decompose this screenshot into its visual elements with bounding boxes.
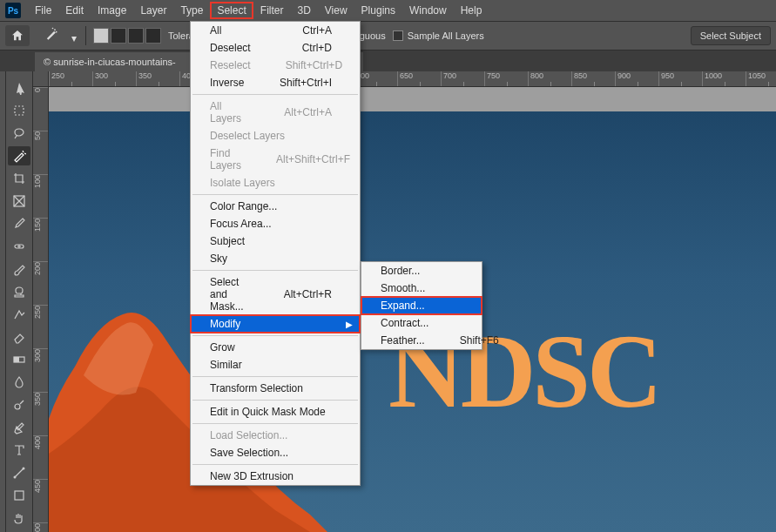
lasso-tool[interactable] [8,124,30,143]
marquee-tool[interactable] [8,101,30,120]
menu-layer[interactable]: Layer [133,2,173,19]
menuitem-new-d-extrusion[interactable]: New 3D Extrusion [191,468,360,485]
menuitem-select-and-mask[interactable]: Select and Mask...Alt+Ctrl+R [191,273,360,315]
magic-wand-icon[interactable] [42,26,59,46]
menubar: Ps FileEditImageLayerTypeSelectFilter3DV… [0,0,776,21]
selection-mode-group [93,28,161,44]
svg-point-8 [15,404,20,409]
svg-point-10 [23,468,25,470]
pen-tool[interactable] [8,418,30,437]
document-tabs: © sunrise-in-ciucas-mountains- ) * × [0,51,776,71]
toolbox [5,71,33,532]
menuitem-isolate-layers: Isolate Layers [191,174,360,192]
ruler-vertical[interactable]: 050100150200250300350400450500 [33,87,49,532]
menu-edit[interactable]: Edit [58,2,91,19]
menuitem-edit-in-quick-mask-mode[interactable]: Edit in Quick Mask Mode [191,403,360,421]
svg-rect-11 [15,491,24,500]
sample-all-checkbox[interactable]: Sample All Layers [393,30,484,41]
menu-view[interactable]: View [318,2,354,19]
menuitem-expand[interactable]: Expand... [361,297,482,314]
type-tool[interactable] [8,441,30,460]
menu-type[interactable]: Type [173,2,210,19]
menuitem-color-range[interactable]: Color Range... [191,198,360,215]
svg-rect-3 [15,106,24,115]
eraser-tool[interactable] [8,327,30,347]
menuitem-deselect[interactable]: DeselectCtrl+D [191,39,360,57]
svg-point-2 [52,27,54,29]
menuitem-grow[interactable]: Grow [191,339,360,356]
tool-preset-flyout-icon[interactable]: ▾ [71,32,78,39]
menuitem-contract[interactable]: Contract... [361,314,482,332]
svg-point-0 [54,29,56,30]
home-button[interactable] [5,25,30,46]
wand-tool[interactable] [8,146,30,165]
menu-3d[interactable]: 3D [290,2,317,19]
menu-file[interactable]: File [28,2,58,19]
menuitem-transform-selection[interactable]: Transform Selection [191,380,360,397]
menuitem-deselect-layers: Deselect Layers [191,127,360,145]
hand-tool[interactable] [8,508,30,528]
menuitem-similar[interactable]: Similar [191,356,360,374]
menuitem-focus-area[interactable]: Focus Area... [191,215,360,232]
menu-help[interactable]: Help [454,2,489,19]
stamp-tool[interactable] [8,282,30,301]
menu-filter[interactable]: Filter [253,2,291,19]
selection-intersect-button[interactable] [145,28,161,44]
svg-point-1 [56,30,57,32]
dodge-tool[interactable] [8,395,30,414]
menuitem-load-selection: Load Selection... [191,427,360,444]
menu-window[interactable]: Window [402,2,454,19]
selection-new-button[interactable] [93,28,109,44]
svg-point-9 [14,476,17,479]
menuitem-inverse[interactable]: InverseShift+Ctrl+I [191,74,360,91]
frame-tool[interactable] [8,192,30,211]
menuitem-smooth[interactable]: Smooth... [361,279,482,297]
menuitem-subject[interactable]: Subject [191,232,360,250]
menu-select[interactable]: Select [210,2,253,19]
move-tool[interactable] [8,78,30,98]
gradient-tool[interactable] [8,350,30,369]
modify-submenu: Border...Smooth...Expand...Contract...Fe… [361,261,482,350]
blur-tool[interactable] [8,373,30,392]
sample-all-label: Sample All Layers [408,30,484,41]
menuitem-border[interactable]: Border... [361,262,482,279]
selection-add-button[interactable] [111,28,126,44]
menuitem-feather[interactable]: Feather...Shift+F6 [361,332,482,349]
crop-tool[interactable] [8,169,30,188]
menu-plugins[interactable]: Plugins [354,2,402,19]
menuitem-modify[interactable]: Modify▶ [191,315,360,333]
select-menu: AllCtrl+ADeselectCtrl+DReselectShift+Ctr… [190,21,361,486]
menuitem-all-layers: All LayersAlt+Ctrl+A [191,98,360,127]
select-subject-button[interactable]: Select Subject [691,26,771,45]
heal-tool[interactable] [8,237,30,256]
menuitem-sky[interactable]: Sky [191,250,360,267]
menuitem-all[interactable]: AllCtrl+A [191,22,360,39]
svg-rect-7 [14,357,19,362]
menuitem-save-selection[interactable]: Save Selection... [191,444,360,461]
eyedrop-tool[interactable] [8,214,30,233]
menuitem-reselect: ReselectShift+Ctrl+D [191,57,360,74]
brush-tool[interactable] [8,259,30,279]
document-tab-title: © sunrise-in-ciucas-mountains- [44,57,176,67]
menuitem-find-layers: Find LayersAlt+Shift+Ctrl+F [191,145,360,174]
menu-image[interactable]: Image [91,2,133,19]
ruler-horizontal[interactable]: 2503003504004505005506006507007508008509… [49,71,776,87]
shape-tool[interactable] [8,486,30,505]
history-tool[interactable] [8,305,30,324]
options-bar: ▾ Tolerance: ✔Anti-alias ✔Contiguous Sam… [0,21,776,51]
path-tool[interactable] [8,463,30,482]
app-logo: Ps [5,3,21,18]
selection-subtract-button[interactable] [128,28,144,44]
ruler-corner [33,71,49,87]
